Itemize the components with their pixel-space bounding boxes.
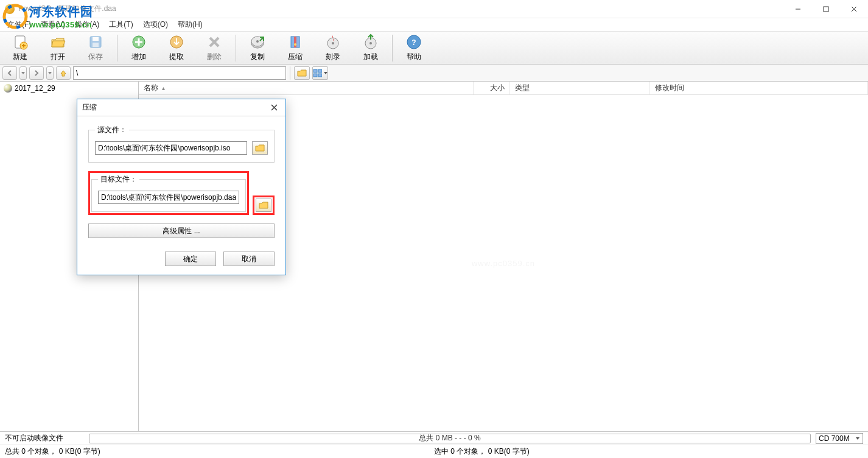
target-file-input[interactable] (98, 191, 239, 204)
nav-view-button[interactable] (312, 66, 328, 80)
menu-view[interactable]: 查看(V) (36, 18, 70, 31)
svg-rect-12 (93, 43, 99, 47)
svg-point-24 (294, 43, 296, 46)
tree-root-item[interactable]: 2017_12_29 (1, 83, 137, 94)
toolbar-new[interactable]: 新建 (1, 32, 39, 64)
svg-point-21 (256, 40, 259, 43)
compress-dialog: 压缩 源文件： 目标文件： (77, 99, 286, 275)
toolbar-copy[interactable]: 复制 (239, 32, 276, 64)
delete-icon (206, 33, 223, 51)
toolbar-separator (236, 35, 236, 62)
help-icon: ? (405, 33, 422, 51)
col-name[interactable]: 名称▴ (139, 82, 474, 94)
toolbar-add[interactable]: 增加 (120, 32, 158, 64)
status-total: 总共 0 个对象， 0 KB(0 字节) (5, 446, 434, 457)
col-modified[interactable]: 修改时间 (650, 82, 868, 94)
toolbar-burn[interactable]: 刻录 (314, 32, 352, 64)
toolbar-help[interactable]: ? 帮助 (395, 32, 433, 64)
folder-icon (259, 201, 268, 210)
statusbar-1: 不可启动映像文件 总共 0 MB - - - 0 % CD 700M (0, 431, 868, 445)
toolbar-mount[interactable]: 加载 (352, 32, 390, 64)
toolbar-open[interactable]: 打开 (39, 32, 77, 64)
boot-status: 不可启动映像文件 (5, 433, 84, 443)
source-label: 源文件： (95, 125, 129, 135)
toolbar-delete: 删除 (195, 32, 233, 64)
navbar (0, 65, 868, 82)
toolbar-save: 保存 (77, 32, 114, 64)
disc-icon (4, 84, 12, 93)
menu-options[interactable]: 选项(O) (138, 18, 173, 31)
source-file-input[interactable] (95, 141, 247, 155)
svg-point-26 (332, 42, 334, 44)
list-header: 名称▴ 大小 类型 修改时间 (139, 82, 868, 95)
size-progress: 总共 0 MB - - - 0 % (89, 434, 811, 443)
sort-asc-icon: ▴ (162, 85, 165, 91)
add-icon (130, 33, 147, 51)
status-selected: 选中 0 个对象， 0 KB(0 字节) (434, 446, 863, 457)
open-icon (49, 33, 66, 51)
path-input[interactable] (73, 66, 286, 80)
menu-file[interactable]: 文件(F) (2, 18, 36, 31)
dialog-titlebar[interactable]: 压缩 (77, 99, 285, 116)
toolbar-compress[interactable]: 压缩 (276, 32, 314, 64)
statusbar-2: 总共 0 个对象， 0 KB(0 字节) 选中 0 个对象， 0 KB(0 字节… (0, 445, 868, 458)
advanced-button[interactable]: 高级属性 ... (88, 224, 275, 238)
target-label: 目标文件： (98, 174, 139, 185)
menubar: 文件(F) 查看(V) 操作(A) 工具(T) 选项(O) 帮助(H) (0, 18, 868, 32)
burn-icon (324, 33, 341, 51)
svg-rect-31 (313, 69, 317, 72)
titlebar: PowerISO - 新建映像文件.daa (0, 0, 868, 18)
col-type[interactable]: 类型 (510, 82, 650, 94)
app-icon (5, 4, 15, 14)
toolbar: 新建 打开 保存 增加 提取 删除 复制 压缩 (0, 32, 868, 65)
target-browse-button[interactable] (256, 199, 271, 212)
minimize-button[interactable] (784, 0, 812, 18)
copy-icon (249, 33, 266, 51)
disc-type-combo[interactable]: CD 700M (816, 433, 863, 444)
dialog-title: 压缩 (82, 102, 267, 113)
mount-icon (362, 33, 379, 51)
svg-rect-32 (318, 69, 322, 72)
center-watermark: www.pc0359.cn (472, 259, 535, 268)
nav-up-button[interactable] (56, 66, 71, 80)
svg-rect-23 (294, 37, 296, 48)
source-browse-button[interactable] (252, 141, 268, 155)
toolbar-separator (117, 35, 117, 62)
save-icon (87, 33, 104, 51)
svg-rect-33 (313, 74, 317, 77)
menu-help[interactable]: 帮助(H) (173, 18, 208, 31)
svg-rect-11 (93, 37, 99, 41)
folder-icon (255, 144, 265, 152)
nav-forward-dropdown[interactable] (46, 66, 54, 80)
nav-back-dropdown[interactable] (19, 66, 27, 80)
target-fieldset: 目标文件： (91, 174, 246, 212)
tree-root-label: 2017_12_29 (15, 84, 55, 93)
svg-text:?: ? (411, 38, 416, 47)
maximize-button[interactable] (812, 0, 840, 18)
menu-tools[interactable]: 工具(T) (104, 18, 138, 31)
svg-rect-3 (824, 7, 828, 12)
nav-back-button[interactable] (2, 66, 17, 80)
source-fieldset: 源文件： (88, 125, 275, 163)
svg-rect-34 (318, 74, 322, 77)
nav-forward-button[interactable] (29, 66, 44, 80)
nav-folder-button[interactable] (294, 66, 310, 80)
toolbar-separator (392, 35, 393, 62)
target-browse-highlight (253, 196, 275, 215)
col-size[interactable]: 大小 (474, 82, 510, 94)
menu-action[interactable]: 操作(A) (70, 18, 104, 31)
target-highlight: 目标文件： (88, 171, 249, 215)
chevron-down-icon (855, 436, 860, 441)
dialog-close-button[interactable] (267, 101, 281, 114)
toolbar-extract[interactable]: 提取 (158, 32, 195, 64)
svg-point-28 (369, 42, 372, 44)
close-button[interactable] (840, 0, 868, 18)
cancel-button[interactable]: 取消 (223, 252, 275, 266)
nav-separator (290, 66, 290, 80)
window-title: PowerISO - 新建映像文件.daa (18, 4, 116, 14)
compress-icon (287, 33, 304, 51)
extract-icon (168, 33, 185, 51)
ok-button[interactable]: 确定 (165, 252, 216, 266)
new-icon (12, 33, 29, 51)
